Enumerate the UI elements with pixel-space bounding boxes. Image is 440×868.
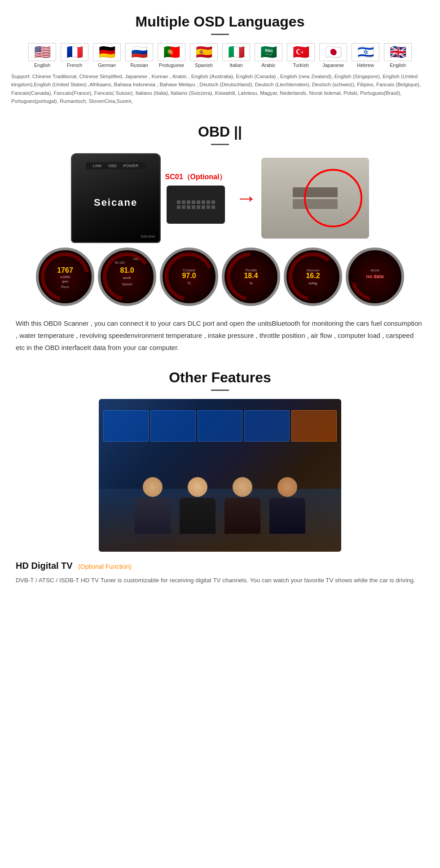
news-person-4: [265, 477, 310, 534]
gauge-throttle-svg: Throttle 18.4 %: [224, 250, 277, 303]
person-2-head: [188, 477, 207, 497]
pin: [202, 200, 205, 204]
bg-screen-4: [244, 410, 290, 442]
flag-label-us: English: [34, 62, 50, 68]
flag-item-es: 🇪🇸 Spanish: [189, 43, 219, 68]
obd-images-row: LINK OBD POWER Seicane Seicane SC01（Opti…: [9, 153, 431, 243]
flag-label-sa: Arabic: [261, 62, 275, 68]
obd-brand-text: Seicane: [94, 197, 137, 208]
gauge-coolant: Coolant 97.0 °C: [160, 248, 218, 306]
person-1-body: [135, 498, 171, 534]
languages-section: Multiple OSD Languages 🇺🇸 English 🇫🇷 Fre…: [0, 0, 440, 115]
svg-text:81.0: 81.0: [120, 266, 134, 274]
hd-tv-main-title: HD Digital TV: [16, 561, 73, 571]
gauge-vacuum-svg: Vacuum 16.2 in/Hg: [286, 250, 339, 303]
flag-tr-box: 🇹🇷: [287, 43, 315, 61]
flag-label-ru: Russian: [130, 62, 148, 68]
gauge-revs: 1767 x1000 rpm Revs: [36, 248, 94, 306]
bg-screen-5: [291, 410, 337, 442]
flag-label-fr: French: [67, 62, 82, 68]
person-3-head: [233, 477, 252, 497]
svg-text:in/Hg: in/Hg: [309, 281, 317, 285]
svg-text:rpm: rpm: [62, 279, 68, 283]
obd-title: OBD ||: [9, 124, 431, 140]
person-1-head: [143, 477, 163, 497]
pin: [211, 200, 215, 204]
tv-station-image: [99, 399, 341, 552]
bg-screen-2: [150, 410, 196, 442]
bg-screens-row: [99, 403, 341, 448]
person-4-head: [277, 477, 297, 497]
svg-text:%: %: [249, 281, 252, 285]
flag-fr-box: 🇫🇷: [61, 43, 88, 61]
led-power-label: POWER: [123, 164, 138, 168]
support-text: Support: Chinese Traditional, Chinese Si…: [9, 72, 431, 106]
led-obd-label: OBD: [108, 164, 117, 168]
news-person-2: [175, 477, 220, 534]
led-link-label: LINK: [93, 164, 102, 168]
flag-label-il: Hebrew: [357, 62, 374, 68]
languages-title: Multiple OSD Languages: [9, 13, 431, 30]
pin: [211, 205, 215, 209]
flag-item-de: 🇩🇪 German: [92, 43, 122, 68]
flag-sa-box: 🇸🇦: [255, 43, 282, 61]
flag-item-gb: 🇬🇧 English: [383, 43, 413, 68]
gauge-revs-svg: 1767 x1000 rpm Revs: [39, 250, 92, 303]
pin: [182, 205, 185, 209]
gauge-throttle: Throttle 18.4 %: [222, 248, 280, 306]
obd-left-device: LINK OBD POWER Seicane Seicane: [71, 153, 161, 243]
svg-text:no data: no data: [366, 274, 384, 279]
news-people: [130, 477, 310, 534]
flag-gb-box: 🇬🇧: [384, 43, 412, 61]
hd-tv-title-area: HD Digital TV (Optional Function): [9, 558, 431, 573]
obd-port-image: [261, 158, 369, 239]
obd-section: OBD || LINK OBD POWER Seicane Seicane SC…: [0, 115, 440, 360]
pin: [207, 205, 210, 209]
flag-item-sa: 🇸🇦 Arabic: [253, 43, 284, 68]
pin: [187, 200, 190, 204]
other-features-section: Other Features: [0, 360, 440, 597]
gauge-speed: 81.0 km/h Speed 80 100 140: [98, 248, 156, 306]
hd-tv-optional-label: (Optional Function): [78, 563, 132, 570]
flag-item-it: 🇮🇹 Italian: [221, 43, 251, 68]
pin: [182, 200, 185, 204]
obd-device-box: LINK OBD POWER Seicane Seicane: [71, 153, 161, 243]
flag-item-pt: 🇵🇹 Protuguese: [156, 43, 187, 68]
gauge-speed-svg: 81.0 km/h Speed 80 100 140: [101, 250, 154, 303]
pin: [192, 205, 195, 209]
flag-item-us: 🇺🇸 English: [27, 43, 57, 68]
person-2-body: [180, 498, 216, 534]
pin: [207, 200, 210, 204]
svg-text:km/h: km/h: [123, 276, 131, 280]
sc01-plug: [167, 186, 225, 224]
hd-tv-description: DVB-T / ATSC / ISDB-T HD TV Tuner is cus…: [9, 573, 431, 593]
flag-de-box: 🇩🇪: [93, 43, 121, 61]
svg-text:97.0: 97.0: [182, 272, 196, 279]
gauge-coolant-svg: Coolant 97.0 °C: [163, 250, 216, 303]
pin: [187, 205, 190, 209]
port-bg: [261, 158, 369, 239]
svg-text:80 100: 80 100: [115, 261, 125, 264]
red-circle-overlay: [304, 169, 362, 227]
flag-label-jp: Japanese: [322, 62, 344, 68]
bg-screen-1: [103, 410, 149, 442]
flag-label-it: Italian: [229, 62, 242, 68]
flag-ru-box: 🇷🇺: [125, 43, 153, 61]
svg-text:1767: 1767: [57, 266, 73, 274]
flags-row: 🇺🇸 English 🇫🇷 French 🇩🇪 German 🇷🇺 Russia…: [9, 43, 431, 68]
flag-item-tr: 🇹🇷 Turkish: [286, 43, 316, 68]
news-person-1: [130, 477, 175, 534]
flag-jp-box: 🇯🇵: [319, 43, 347, 61]
pin: [197, 200, 200, 204]
svg-text:18.4: 18.4: [244, 272, 258, 279]
flag-it-box: 🇮🇹: [222, 43, 250, 61]
gauge-accel-svg: Accel no data: [348, 250, 401, 303]
gauges-row: 1767 x1000 rpm Revs 81.0 km/h Speed 80 1…: [9, 248, 431, 306]
plug-pins: [177, 200, 215, 209]
pin: [177, 205, 180, 209]
bg-screen-3: [198, 410, 243, 442]
divider-obd: [211, 144, 229, 145]
pin: [197, 205, 200, 209]
sc01-label: SC01（Optional）: [165, 173, 227, 182]
svg-text:x1000: x1000: [60, 275, 70, 279]
